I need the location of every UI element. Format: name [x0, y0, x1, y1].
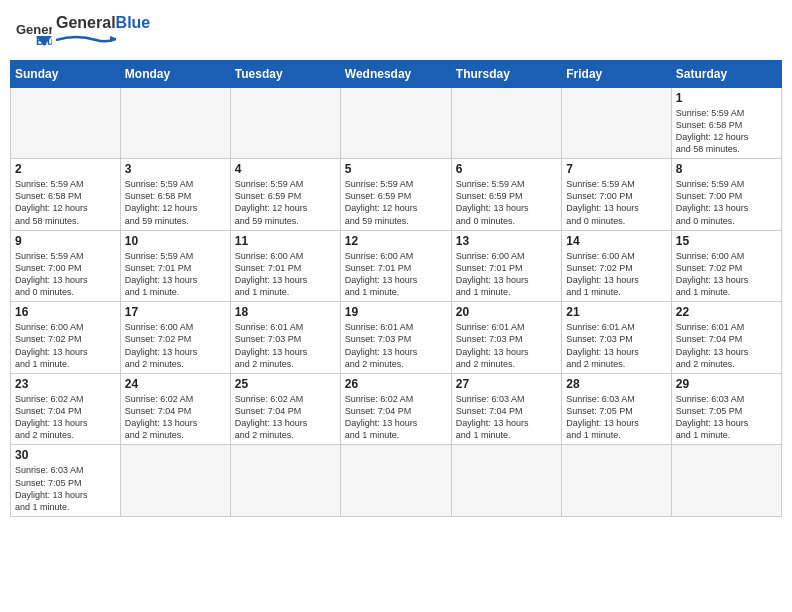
day-number: 27 — [456, 377, 557, 391]
day-cell: 27Sunrise: 6:03 AM Sunset: 7:04 PM Dayli… — [451, 373, 561, 445]
day-cell: 1Sunrise: 5:59 AM Sunset: 6:58 PM Daylig… — [671, 87, 781, 159]
week-row-4: 16Sunrise: 6:00 AM Sunset: 7:02 PM Dayli… — [11, 302, 782, 374]
day-cell: 28Sunrise: 6:03 AM Sunset: 7:05 PM Dayli… — [562, 373, 671, 445]
day-cell: 24Sunrise: 6:02 AM Sunset: 7:04 PM Dayli… — [120, 373, 230, 445]
day-info: Sunrise: 6:01 AM Sunset: 7:04 PM Dayligh… — [676, 321, 777, 370]
day-number: 2 — [15, 162, 116, 176]
day-cell — [120, 445, 230, 517]
day-info: Sunrise: 6:01 AM Sunset: 7:03 PM Dayligh… — [566, 321, 666, 370]
day-info: Sunrise: 6:02 AM Sunset: 7:04 PM Dayligh… — [125, 393, 226, 442]
day-number: 26 — [345, 377, 447, 391]
day-cell: 20Sunrise: 6:01 AM Sunset: 7:03 PM Dayli… — [451, 302, 561, 374]
day-cell: 7Sunrise: 5:59 AM Sunset: 7:00 PM Daylig… — [562, 159, 671, 231]
day-cell: 14Sunrise: 6:00 AM Sunset: 7:02 PM Dayli… — [562, 230, 671, 302]
day-number: 20 — [456, 305, 557, 319]
day-info: Sunrise: 6:00 AM Sunset: 7:02 PM Dayligh… — [125, 321, 226, 370]
week-row-3: 9Sunrise: 5:59 AM Sunset: 7:00 PM Daylig… — [11, 230, 782, 302]
week-row-2: 2Sunrise: 5:59 AM Sunset: 6:58 PM Daylig… — [11, 159, 782, 231]
day-cell — [340, 445, 451, 517]
day-info: Sunrise: 6:02 AM Sunset: 7:04 PM Dayligh… — [15, 393, 116, 442]
day-number: 18 — [235, 305, 336, 319]
day-cell: 13Sunrise: 6:00 AM Sunset: 7:01 PM Dayli… — [451, 230, 561, 302]
day-cell: 8Sunrise: 5:59 AM Sunset: 7:00 PM Daylig… — [671, 159, 781, 231]
day-info: Sunrise: 6:00 AM Sunset: 7:02 PM Dayligh… — [566, 250, 666, 299]
day-cell: 6Sunrise: 5:59 AM Sunset: 6:59 PM Daylig… — [451, 159, 561, 231]
logo-icon: General Blue — [16, 18, 52, 46]
day-cell: 17Sunrise: 6:00 AM Sunset: 7:02 PM Dayli… — [120, 302, 230, 374]
day-cell: 11Sunrise: 6:00 AM Sunset: 7:01 PM Dayli… — [230, 230, 340, 302]
day-number: 1 — [676, 91, 777, 105]
day-number: 25 — [235, 377, 336, 391]
day-cell: 29Sunrise: 6:03 AM Sunset: 7:05 PM Dayli… — [671, 373, 781, 445]
day-info: Sunrise: 5:59 AM Sunset: 7:00 PM Dayligh… — [566, 178, 666, 227]
logo: General Blue GeneralBlue — [16, 14, 150, 50]
logo-swoosh — [56, 34, 116, 46]
day-cell — [562, 445, 671, 517]
day-cell: 21Sunrise: 6:01 AM Sunset: 7:03 PM Dayli… — [562, 302, 671, 374]
day-info: Sunrise: 5:59 AM Sunset: 6:58 PM Dayligh… — [15, 178, 116, 227]
col-header-wednesday: Wednesday — [340, 60, 451, 87]
calendar-table: SundayMondayTuesdayWednesdayThursdayFrid… — [10, 60, 782, 517]
day-number: 9 — [15, 234, 116, 248]
day-info: Sunrise: 5:59 AM Sunset: 6:58 PM Dayligh… — [125, 178, 226, 227]
day-cell — [11, 87, 121, 159]
svg-text:Blue: Blue — [36, 35, 52, 46]
day-info: Sunrise: 6:03 AM Sunset: 7:05 PM Dayligh… — [15, 464, 116, 513]
day-cell: 12Sunrise: 6:00 AM Sunset: 7:01 PM Dayli… — [340, 230, 451, 302]
day-cell: 9Sunrise: 5:59 AM Sunset: 7:00 PM Daylig… — [11, 230, 121, 302]
week-row-5: 23Sunrise: 6:02 AM Sunset: 7:04 PM Dayli… — [11, 373, 782, 445]
day-cell: 16Sunrise: 6:00 AM Sunset: 7:02 PM Dayli… — [11, 302, 121, 374]
day-info: Sunrise: 6:03 AM Sunset: 7:05 PM Dayligh… — [676, 393, 777, 442]
col-header-monday: Monday — [120, 60, 230, 87]
day-cell: 23Sunrise: 6:02 AM Sunset: 7:04 PM Dayli… — [11, 373, 121, 445]
day-number: 23 — [15, 377, 116, 391]
day-cell: 2Sunrise: 5:59 AM Sunset: 6:58 PM Daylig… — [11, 159, 121, 231]
day-number: 19 — [345, 305, 447, 319]
day-info: Sunrise: 5:59 AM Sunset: 7:00 PM Dayligh… — [15, 250, 116, 299]
day-cell: 18Sunrise: 6:01 AM Sunset: 7:03 PM Dayli… — [230, 302, 340, 374]
day-number: 5 — [345, 162, 447, 176]
col-header-sunday: Sunday — [11, 60, 121, 87]
col-header-tuesday: Tuesday — [230, 60, 340, 87]
day-cell: 5Sunrise: 5:59 AM Sunset: 6:59 PM Daylig… — [340, 159, 451, 231]
day-info: Sunrise: 6:00 AM Sunset: 7:01 PM Dayligh… — [235, 250, 336, 299]
day-number: 6 — [456, 162, 557, 176]
day-info: Sunrise: 6:00 AM Sunset: 7:02 PM Dayligh… — [15, 321, 116, 370]
day-cell — [230, 87, 340, 159]
col-header-thursday: Thursday — [451, 60, 561, 87]
day-cell — [230, 445, 340, 517]
day-number: 4 — [235, 162, 336, 176]
day-cell — [120, 87, 230, 159]
day-info: Sunrise: 6:01 AM Sunset: 7:03 PM Dayligh… — [235, 321, 336, 370]
day-cell — [671, 445, 781, 517]
day-info: Sunrise: 6:00 AM Sunset: 7:01 PM Dayligh… — [456, 250, 557, 299]
day-cell — [451, 87, 561, 159]
day-cell — [562, 87, 671, 159]
day-number: 14 — [566, 234, 666, 248]
day-cell — [340, 87, 451, 159]
logo-general: General — [56, 14, 116, 31]
day-info: Sunrise: 6:03 AM Sunset: 7:05 PM Dayligh… — [566, 393, 666, 442]
day-cell: 30Sunrise: 6:03 AM Sunset: 7:05 PM Dayli… — [11, 445, 121, 517]
day-cell: 3Sunrise: 5:59 AM Sunset: 6:58 PM Daylig… — [120, 159, 230, 231]
day-cell: 19Sunrise: 6:01 AM Sunset: 7:03 PM Dayli… — [340, 302, 451, 374]
day-info: Sunrise: 6:00 AM Sunset: 7:02 PM Dayligh… — [676, 250, 777, 299]
day-cell: 22Sunrise: 6:01 AM Sunset: 7:04 PM Dayli… — [671, 302, 781, 374]
day-number: 15 — [676, 234, 777, 248]
day-info: Sunrise: 6:00 AM Sunset: 7:01 PM Dayligh… — [345, 250, 447, 299]
day-cell: 4Sunrise: 5:59 AM Sunset: 6:59 PM Daylig… — [230, 159, 340, 231]
page-header: General Blue GeneralBlue — [10, 10, 782, 54]
day-cell — [451, 445, 561, 517]
logo-blue: Blue — [116, 14, 151, 31]
day-info: Sunrise: 5:59 AM Sunset: 6:58 PM Dayligh… — [676, 107, 777, 156]
day-info: Sunrise: 5:59 AM Sunset: 6:59 PM Dayligh… — [456, 178, 557, 227]
day-number: 17 — [125, 305, 226, 319]
day-cell: 15Sunrise: 6:00 AM Sunset: 7:02 PM Dayli… — [671, 230, 781, 302]
day-info: Sunrise: 5:59 AM Sunset: 6:59 PM Dayligh… — [345, 178, 447, 227]
day-number: 8 — [676, 162, 777, 176]
day-number: 13 — [456, 234, 557, 248]
day-cell: 25Sunrise: 6:02 AM Sunset: 7:04 PM Dayli… — [230, 373, 340, 445]
day-number: 7 — [566, 162, 666, 176]
week-row-6: 30Sunrise: 6:03 AM Sunset: 7:05 PM Dayli… — [11, 445, 782, 517]
day-number: 11 — [235, 234, 336, 248]
